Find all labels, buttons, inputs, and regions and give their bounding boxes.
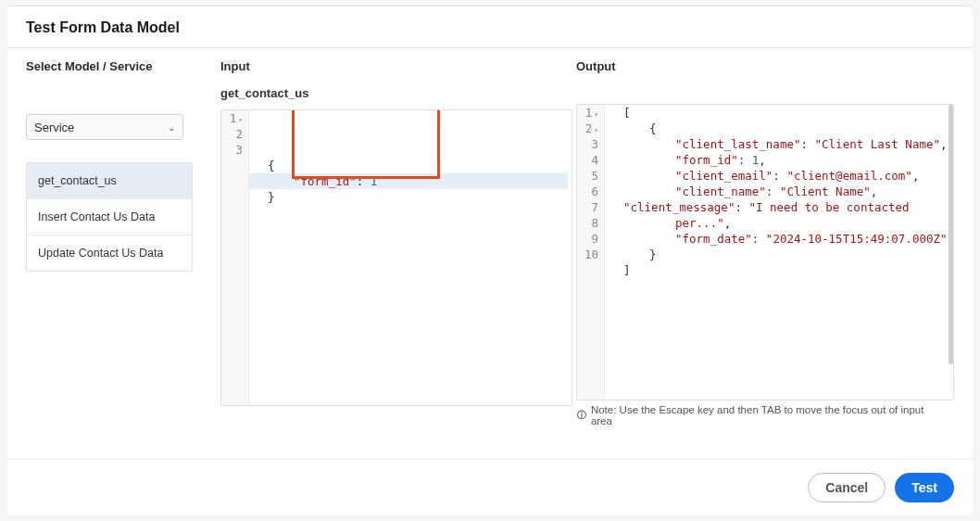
line-number: 2	[227, 126, 243, 142]
code-line: "form_date": "2024-10-15T15:49:07.000Z"	[605, 231, 949, 247]
code-line: "form_id": 1,	[605, 152, 949, 168]
info-icon: ⓘ	[576, 410, 587, 421]
code-line: {	[605, 121, 949, 136]
output-panel: Output 1▾2▾345678910 [{"client_last_name…	[572, 48, 973, 459]
code-line: }	[605, 247, 949, 262]
service-item[interactable]: Insert Contact Us Data	[27, 199, 192, 235]
note-text: Note: Use the Escape key and then TAB to…	[591, 404, 945, 426]
input-code-body[interactable]: {"form_id": 1}	[249, 110, 572, 405]
content-columns: Select Model / Service Service ⌄ get_con…	[7, 48, 973, 459]
code-line: "client_message": "I need to be contacte…	[605, 199, 949, 231]
code-line: {	[249, 158, 568, 173]
output-code-body[interactable]: [{"client_last_name": "Client Last Name"…	[605, 105, 953, 400]
output-editor[interactable]: 1▾2▾345678910 [{"client_last_name": "Cli…	[576, 104, 954, 400]
dialog-footer: Cancel Test	[7, 459, 973, 515]
line-number: 1▾	[227, 110, 243, 126]
dialog-header: Test Form Data Model	[7, 6, 973, 48]
service-item[interactable]: Update Contact Us Data	[27, 235, 192, 271]
note-row: ⓘ Note: Use the Escape key and then TAB …	[576, 400, 954, 428]
code-line: }	[249, 189, 568, 205]
line-number: 6	[583, 184, 598, 199]
output-gutter: 1▾2▾345678910	[577, 105, 605, 400]
code-line: "client_name": "Client Name",	[605, 184, 949, 199]
line-number: 9	[583, 231, 598, 247]
output-label: Output	[576, 59, 954, 73]
input-service-name: get_contact_us	[220, 86, 572, 100]
code-line: ]	[605, 262, 949, 278]
dialog: Test Form Data Model Select Model / Serv…	[7, 6, 973, 515]
code-line: "client_last_name": "Client Last Name",	[605, 136, 949, 152]
line-number: 8	[583, 215, 598, 231]
output-wrap: 1▾2▾345678910 [{"client_last_name": "Cli…	[576, 104, 954, 400]
service-list: get_contact_usInsert Contact Us DataUpda…	[26, 162, 193, 272]
test-button[interactable]: Test	[895, 473, 954, 502]
model-service-select[interactable]: Service ⌄	[26, 114, 183, 140]
output-scroll-thumb[interactable]	[949, 105, 953, 364]
line-number: 3	[227, 142, 243, 158]
line-number: 10	[583, 247, 598, 262]
chevron-down-icon: ⌄	[168, 122, 175, 133]
code-line: [	[605, 105, 949, 121]
service-item[interactable]: get_contact_us	[27, 163, 192, 199]
line-number: 1▾	[583, 105, 598, 121]
code-line: "form_id": 1	[249, 173, 568, 189]
line-number: 7	[583, 199, 598, 215]
input-label: Input	[220, 59, 572, 73]
line-number: 4	[583, 152, 598, 168]
select-value: Service	[34, 121, 74, 134]
line-number: 5	[583, 168, 598, 184]
model-select-wrap: Service ⌄	[26, 114, 183, 140]
line-number: 2▾	[583, 121, 598, 136]
input-gutter: 1▾23	[221, 110, 249, 405]
input-panel: Input get_contact_us 1▾23 {"form_id": 1}	[202, 48, 572, 459]
page-title: Test Form Data Model	[26, 19, 954, 36]
left-panel: Select Model / Service Service ⌄ get_con…	[7, 48, 202, 459]
input-editor[interactable]: 1▾23 {"form_id": 1}	[220, 109, 572, 406]
select-model-label: Select Model / Service	[26, 59, 183, 73]
line-number: 3	[583, 136, 598, 152]
output-scrollbar[interactable]	[949, 105, 953, 400]
cancel-button[interactable]: Cancel	[808, 473, 886, 502]
code-line: "client_email": "client@email.com",	[605, 168, 949, 184]
